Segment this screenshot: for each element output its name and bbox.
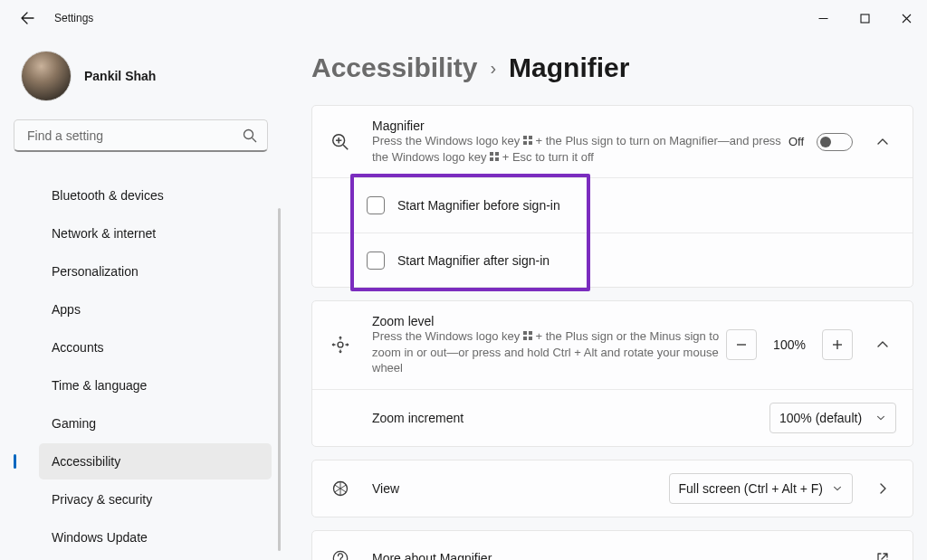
windows-key-icon (523, 136, 532, 145)
maximize-button[interactable] (844, 4, 885, 33)
zoom-level-icon (329, 333, 352, 356)
magnifier-collapse-button[interactable] (869, 128, 896, 156)
chevron-right-icon: › (490, 58, 496, 79)
more-row[interactable]: More about Magnifier (312, 531, 913, 560)
minimize-icon (818, 14, 828, 24)
zoom-increment-label: Zoom increment (372, 411, 769, 425)
chevron-up-icon (876, 338, 889, 351)
svg-rect-1 (861, 14, 869, 23)
zoom-collapse-button[interactable] (869, 331, 896, 358)
nav-item-accessibility[interactable]: Accessibility (39, 443, 272, 479)
nav-item-privacy[interactable]: Privacy & security (39, 481, 272, 517)
magnifier-card: Magnifier Press the Windows logo key + t… (311, 105, 913, 288)
profile-name: Pankil Shah (84, 69, 156, 83)
close-button[interactable] (885, 4, 927, 33)
more-label: More about Magnifier (372, 551, 869, 560)
chevron-down-icon (832, 483, 843, 494)
zoom-increment-row: Zoom increment 100% (default) (312, 389, 913, 446)
view-dropdown[interactable]: Full screen (Ctrl + Alt + F) (669, 473, 853, 504)
check-before-label: Start Magnifier before sign-in (397, 198, 560, 213)
main-content: Accessibility › Magnifier Magnifier Pres… (281, 36, 927, 560)
signin-highlight: Start Magnifier before sign-in Start Mag… (312, 177, 913, 287)
nav-item-bluetooth[interactable]: Bluetooth & devices (39, 177, 272, 214)
titlebar: Settings (0, 0, 927, 36)
zoom-desc: Press the Windows logo key + the Plus si… (372, 328, 726, 376)
sidebar-scrollbar[interactable] (278, 208, 281, 551)
zoom-level-row: Zoom level Press the Windows logo key + … (312, 301, 913, 389)
zoom-decrease-button[interactable] (726, 329, 757, 360)
magnifier-header-row: Magnifier Press the Windows logo key + t… (312, 106, 913, 177)
windows-key-icon (523, 331, 532, 340)
avatar (21, 51, 72, 101)
check-after-signin[interactable] (367, 252, 385, 270)
view-card: View Full screen (Ctrl + Alt + F) (311, 460, 913, 517)
check-before-signin[interactable] (367, 196, 385, 214)
nav-item-gaming[interactable]: Gaming (39, 405, 272, 441)
check-before-signin-row: Start Magnifier before sign-in (312, 178, 913, 233)
svg-line-5 (343, 145, 348, 149)
check-after-label: Start Magnifier after sign-in (397, 253, 550, 268)
zoom-title: Zoom level (372, 314, 726, 328)
check-after-signin-row: Start Magnifier after sign-in (312, 233, 913, 287)
open-external-icon (875, 551, 890, 560)
view-value: Full screen (Ctrl + Alt + F) (679, 481, 823, 496)
zoom-increase-button[interactable] (822, 329, 853, 360)
chevron-up-icon (876, 136, 889, 148)
nav-item-network[interactable]: Network & internet (39, 215, 272, 252)
magnifier-toggle[interactable] (817, 133, 853, 151)
zoom-increment-value: 100% (default) (779, 411, 862, 425)
breadcrumb-leaf: Magnifier (509, 52, 629, 83)
close-icon (902, 14, 912, 24)
minimize-button[interactable] (802, 4, 844, 33)
magnifier-toggle-label: Off (788, 135, 804, 148)
plus-icon (832, 339, 843, 350)
nav-item-time-language[interactable]: Time & language (39, 367, 272, 403)
svg-point-2 (244, 130, 253, 139)
more-card: More about Magnifier (311, 530, 913, 560)
view-icon (329, 477, 352, 500)
nav-item-personalization[interactable]: Personalization (39, 253, 272, 289)
windows-key-icon (490, 152, 499, 161)
profile-block[interactable]: Pankil Shah (14, 43, 272, 119)
nav: Bluetooth & devices Network & internet P… (14, 177, 272, 555)
magnifier-desc: Press the Windows logo key + the Plus si… (372, 133, 788, 165)
search-icon (243, 128, 257, 143)
nav-item-accounts[interactable]: Accounts (39, 329, 272, 365)
view-row[interactable]: View Full screen (Ctrl + Alt + F) (312, 460, 913, 517)
nav-item-apps[interactable]: Apps (39, 291, 272, 327)
magnifier-title: Magnifier (372, 119, 788, 133)
view-label: View (372, 481, 669, 496)
zoom-card: Zoom level Press the Windows logo key + … (311, 300, 913, 447)
svg-line-3 (253, 138, 257, 143)
nav-item-windows-update[interactable]: Windows Update (39, 519, 272, 555)
open-external-button[interactable] (869, 545, 896, 560)
view-expand-button[interactable] (869, 475, 896, 502)
sidebar: Pankil Shah Bluetooth & devices Network … (0, 36, 281, 560)
magnifier-icon (329, 130, 352, 154)
search-input[interactable] (14, 119, 268, 152)
breadcrumb: Accessibility › Magnifier (311, 52, 913, 83)
minus-icon (736, 339, 747, 350)
maximize-icon (860, 14, 870, 24)
help-icon (329, 546, 352, 560)
chevron-right-icon (876, 482, 889, 495)
back-button[interactable] (18, 9, 36, 27)
breadcrumb-parent[interactable]: Accessibility (311, 52, 477, 83)
chevron-down-icon (875, 413, 886, 423)
arrow-left-icon (20, 11, 34, 25)
svg-point-8 (338, 342, 343, 347)
zoom-value: 100% (764, 337, 815, 352)
zoom-increment-dropdown[interactable]: 100% (default) (769, 403, 896, 433)
app-title: Settings (54, 12, 93, 24)
